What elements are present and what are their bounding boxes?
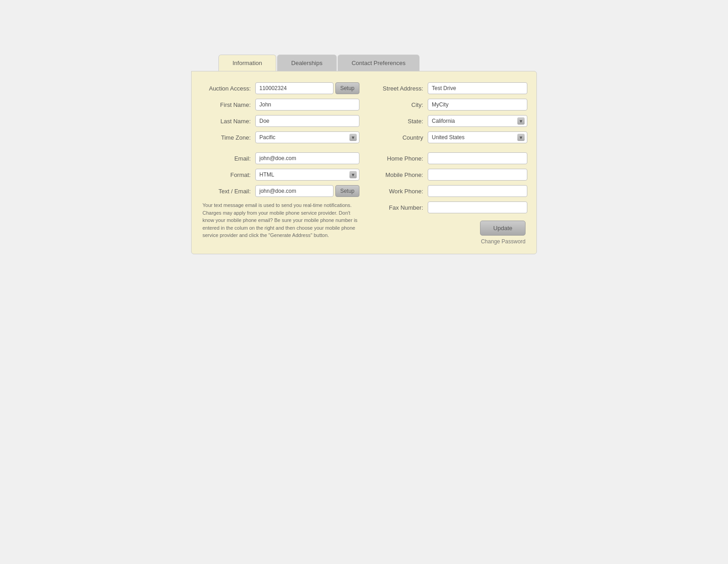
tab-contact-preferences[interactable]: Contact Preferences [338,55,420,71]
home-phone-input[interactable] [428,152,527,164]
email-input[interactable] [255,152,359,164]
first-name-label: First Name: [201,101,255,108]
auction-access-row: Auction Access: Setup [201,82,359,94]
notification-note: Your text message email is used to send … [201,201,359,239]
home-phone-row: Home Phone: [369,152,527,164]
mobile-phone-label: Mobile Phone: [369,171,428,178]
last-name-label: Last Name: [201,118,255,125]
format-row: Format: HTML Plain Text ▼ [201,169,359,181]
first-name-input[interactable] [255,99,359,111]
update-button[interactable]: Update [480,221,526,236]
auction-access-input[interactable] [255,82,334,94]
time-zone-row: Time Zone: Pacific Mountain Central East… [201,131,359,143]
country-select-wrapper: United States Canada Mexico ▼ [428,131,527,143]
text-email-input-group: Setup [255,185,359,197]
auction-access-label: Auction Access: [201,85,255,92]
work-phone-input[interactable] [428,185,527,197]
work-phone-row: Work Phone: [369,185,527,197]
fax-number-input[interactable] [428,201,527,213]
text-email-setup-button[interactable]: Setup [335,185,359,197]
fax-number-row: Fax Number: [369,201,527,213]
first-name-row: First Name: [201,99,359,111]
form-panel: Auction Access: Setup First Name: Last N [191,71,537,254]
fax-number-label: Fax Number: [369,204,428,211]
work-phone-label: Work Phone: [369,188,428,195]
text-email-input[interactable] [255,185,334,197]
change-password-link[interactable]: Change Password [481,238,526,245]
street-address-input[interactable] [428,82,527,94]
state-row: State: California New York Texas Florida… [369,115,527,127]
city-label: City: [369,101,428,108]
city-row: City: [369,99,527,111]
main-container: Information Dealerships Contact Preferen… [191,55,537,254]
form-grid: Auction Access: Setup First Name: Last N [201,82,527,245]
country-label: Country [369,134,428,141]
left-column: Auction Access: Setup First Name: Last N [201,82,359,245]
home-phone-label: Home Phone: [369,155,428,162]
tab-dealerships[interactable]: Dealerships [277,55,337,71]
street-address-label: Street Address: [369,85,428,92]
time-zone-label: Time Zone: [201,134,255,141]
state-select[interactable]: California New York Texas Florida [428,115,527,127]
auction-access-input-group: Setup [255,82,359,94]
auction-access-setup-button[interactable]: Setup [335,82,359,94]
city-input[interactable] [428,99,527,111]
email-row: Email: [201,152,359,164]
state-label: State: [369,118,428,125]
right-column: Street Address: City: State: Californi [369,82,527,245]
last-name-row: Last Name: [201,115,359,127]
text-email-row: Text / Email: Setup [201,185,359,197]
email-label: Email: [201,155,255,162]
time-zone-select-wrapper: Pacific Mountain Central Eastern ▼ [255,131,359,143]
page-wrapper: Information Dealerships Contact Preferen… [9,27,719,254]
form-actions: Update Change Password [369,221,527,245]
tab-bar: Information Dealerships Contact Preferen… [218,55,537,71]
format-select-wrapper: HTML Plain Text ▼ [255,169,359,181]
mobile-phone-row: Mobile Phone: [369,169,527,181]
country-row: Country United States Canada Mexico ▼ [369,131,527,143]
format-select[interactable]: HTML Plain Text [255,169,359,181]
tab-information[interactable]: Information [218,55,276,71]
text-email-label: Text / Email: [201,188,255,195]
mobile-phone-input[interactable] [428,169,527,181]
format-label: Format: [201,171,255,178]
state-select-wrapper: California New York Texas Florida ▼ [428,115,527,127]
time-zone-select[interactable]: Pacific Mountain Central Eastern [255,131,359,143]
street-address-row: Street Address: [369,82,527,94]
country-select[interactable]: United States Canada Mexico [428,131,527,143]
last-name-input[interactable] [255,115,359,127]
